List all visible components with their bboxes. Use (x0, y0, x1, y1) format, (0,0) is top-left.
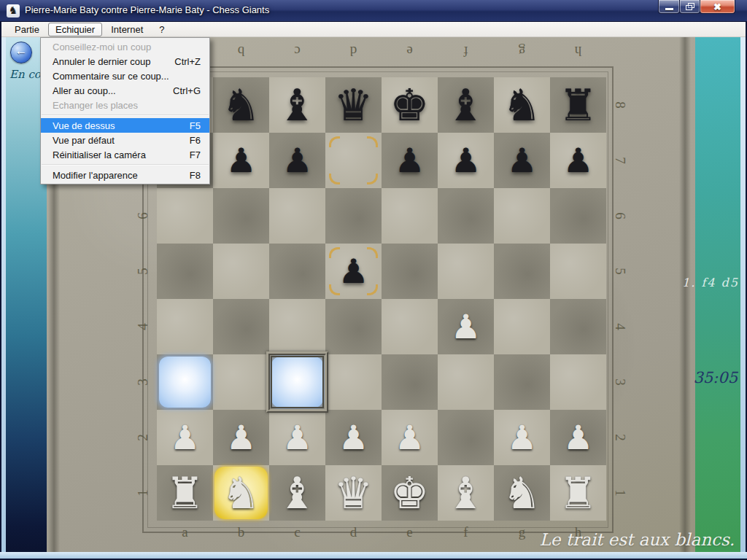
piece-bP-g7[interactable]: ♟ (494, 133, 550, 188)
square-c3[interactable] (269, 354, 325, 410)
square-c8[interactable]: ♝ (269, 77, 325, 133)
menu-item-modifier-l-apparence[interactable]: Modifier l'apparenceF8 (41, 168, 209, 182)
piece-bB-c8[interactable]: ♝ (269, 77, 325, 133)
menu-item-commentaire-sur-ce-coup[interactable]: Commentaire sur ce coup... (41, 69, 209, 83)
piece-bP-b7[interactable]: ♟ (213, 133, 269, 188)
square-e2[interactable]: ♟ (382, 410, 438, 465)
menubar-item-?[interactable]: ? (152, 23, 171, 36)
square-b7[interactable]: ♟ (213, 133, 269, 188)
piece-wP-f4[interactable]: ♟ (438, 299, 494, 354)
square-g4[interactable] (494, 299, 550, 354)
piece-bB-f8[interactable]: ♝ (438, 77, 494, 133)
square-g5[interactable] (494, 244, 550, 299)
square-a3[interactable] (157, 354, 213, 410)
piece-wR-a1[interactable]: ♜ (157, 465, 213, 521)
square-f2[interactable] (438, 410, 494, 465)
square-d3[interactable] (325, 354, 382, 410)
piece-wB-c1[interactable]: ♝ (269, 465, 325, 521)
square-c6[interactable] (269, 188, 325, 244)
square-d8[interactable]: ♛ (325, 77, 382, 133)
square-e8[interactable]: ♚ (382, 77, 438, 133)
square-h8[interactable]: ♜ (550, 77, 606, 133)
title-bar[interactable]: ♞ Pierre-Marie Baty contre Pierre-Marie … (0, 0, 747, 22)
piece-bP-c7[interactable]: ♟ (269, 133, 325, 188)
square-f7[interactable]: ♟ (438, 133, 494, 188)
minimize-button[interactable] (658, 0, 680, 14)
piece-bN-b8[interactable]: ♞ (213, 77, 269, 133)
square-a2[interactable]: ♟ (157, 410, 213, 465)
square-b4[interactable] (213, 299, 269, 354)
piece-wP-a2[interactable]: ♟ (157, 410, 213, 465)
square-c2[interactable]: ♟ (269, 410, 325, 465)
square-g7[interactable]: ♟ (494, 133, 550, 188)
square-b5[interactable] (213, 244, 269, 299)
square-g6[interactable] (494, 188, 550, 244)
square-e7[interactable]: ♟ (382, 133, 438, 188)
menubar-item-echiquier[interactable]: Echiquier (48, 23, 102, 36)
square-d5[interactable]: ♟ (325, 244, 382, 299)
menubar-item-partie[interactable]: Partie (7, 23, 47, 36)
square-f1[interactable]: ♝ (438, 465, 494, 521)
square-b3[interactable] (213, 354, 269, 410)
square-c5[interactable] (269, 244, 325, 299)
square-g2[interactable]: ♟ (494, 410, 550, 465)
square-h1[interactable]: ♜ (550, 465, 606, 521)
menu-item-vue-par-d-faut[interactable]: Vue par défautF6 (41, 133, 209, 147)
piece-wK-e1[interactable]: ♚ (382, 465, 438, 521)
square-e1[interactable]: ♚ (382, 465, 438, 521)
restore-button[interactable] (679, 0, 700, 14)
back-button[interactable]: ← (10, 42, 32, 63)
menu-item-r-initialiser-la-cam-ra[interactable]: Réinitialiser la caméraF7 (41, 147, 209, 162)
piece-bP-e7[interactable]: ♟ (382, 133, 438, 188)
piece-wP-e2[interactable]: ♟ (382, 410, 438, 465)
square-d2[interactable]: ♟ (325, 410, 382, 465)
piece-wN-g1[interactable]: ♞ (494, 465, 550, 521)
square-b2[interactable]: ♟ (213, 410, 269, 465)
square-f5[interactable] (438, 244, 494, 299)
menu-item-vue-de-dessus[interactable]: Vue de dessusF5 (41, 118, 209, 133)
menu-item-annuler-le-dernier-coup[interactable]: Annuler le dernier coupCtrl+Z (41, 54, 209, 69)
piece-bK-e8[interactable]: ♚ (382, 77, 438, 133)
square-f3[interactable] (438, 354, 494, 410)
square-h7[interactable]: ♟ (550, 133, 606, 188)
square-b8[interactable]: ♞ (213, 77, 269, 133)
piece-wP-d2[interactable]: ♟ (325, 410, 382, 465)
square-c7[interactable]: ♟ (269, 133, 325, 188)
menu-item-aller-au-coup[interactable]: Aller au coup...Ctrl+G (41, 83, 209, 98)
square-g8[interactable]: ♞ (494, 77, 550, 133)
square-d4[interactable] (325, 299, 382, 354)
square-e4[interactable] (382, 299, 438, 354)
piece-wB-f1[interactable]: ♝ (438, 465, 494, 521)
square-e5[interactable] (382, 244, 438, 299)
piece-bP-d5[interactable]: ♟ (325, 244, 382, 299)
close-button[interactable]: ✖ (700, 0, 735, 14)
square-f8[interactable]: ♝ (438, 77, 494, 133)
square-f6[interactable] (438, 188, 494, 244)
square-c4[interactable] (269, 299, 325, 354)
square-d1[interactable]: ♛ (325, 465, 382, 521)
square-h2[interactable]: ♟ (550, 410, 606, 465)
piece-bP-h7[interactable]: ♟ (550, 133, 606, 188)
piece-wP-g2[interactable]: ♟ (494, 410, 550, 465)
square-b1[interactable]: ♞ (213, 465, 269, 521)
piece-bQ-d8[interactable]: ♛ (325, 77, 382, 133)
piece-wQ-d1[interactable]: ♛ (325, 465, 382, 521)
square-g3[interactable] (494, 354, 550, 410)
piece-wR-h1[interactable]: ♜ (550, 465, 606, 521)
piece-bP-f7[interactable]: ♟ (438, 133, 494, 188)
piece-bN-g8[interactable]: ♞ (494, 77, 550, 133)
square-c1[interactable]: ♝ (269, 465, 325, 521)
piece-bR-h8[interactable]: ♜ (550, 77, 606, 133)
square-f4[interactable]: ♟ (438, 299, 494, 354)
square-g1[interactable]: ♞ (494, 465, 550, 521)
piece-wN-b1[interactable]: ♞ (213, 465, 269, 521)
square-e6[interactable] (382, 188, 438, 244)
piece-wP-b2[interactable]: ♟ (213, 410, 269, 465)
square-b6[interactable] (213, 188, 269, 244)
square-a1[interactable]: ♜ (157, 465, 213, 521)
square-d7[interactable] (325, 133, 382, 188)
square-e3[interactable] (382, 354, 438, 410)
menubar-item-internet[interactable]: Internet (104, 23, 150, 36)
square-d6[interactable] (325, 188, 382, 244)
piece-wP-h2[interactable]: ♟ (550, 410, 606, 465)
